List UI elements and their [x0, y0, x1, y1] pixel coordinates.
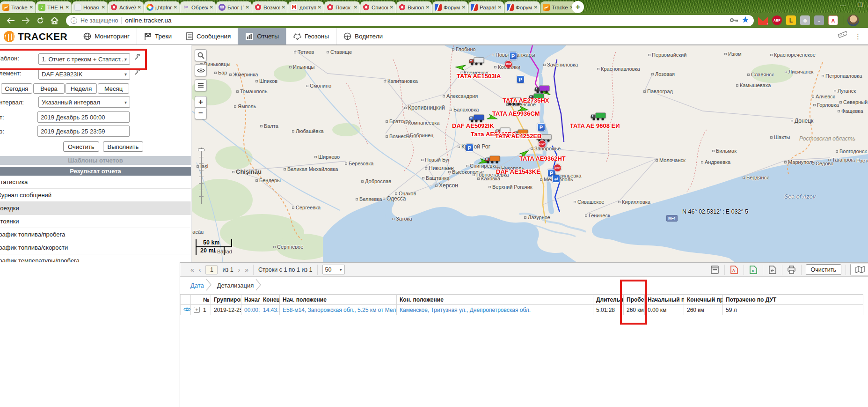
map-visibility-eye-button[interactable]	[195, 64, 207, 76]
column-header[interactable]: Нач. положение	[280, 295, 397, 305]
forward-icon[interactable]	[22, 17, 30, 24]
tab-detail[interactable]: Детализация	[212, 282, 255, 289]
map-search-button[interactable]	[195, 49, 207, 61]
profile-avatar[interactable]	[847, 15, 859, 26]
window-restore-button[interactable]: ❐	[858, 2, 863, 8]
password-key-icon[interactable]	[730, 17, 738, 24]
browser-tab[interactable]: Поиск з ✕	[324, 1, 360, 13]
report-list-icon[interactable]	[710, 266, 720, 274]
pager-last[interactable]: »	[245, 266, 248, 274]
interval-select[interactable]: Указанный интервал ▾	[38, 96, 130, 108]
vehicle-plate-label[interactable]: TATA AE4252EB	[495, 133, 541, 140]
column-header[interactable]: Конечный пробег	[684, 295, 723, 305]
clear-button[interactable]: Очистить	[63, 141, 99, 152]
report-result-item[interactable]: Журнал сообщений	[0, 189, 191, 202]
browser-tab[interactable]: Блог | V ✕	[216, 1, 252, 13]
column-header[interactable]: Кон. положение	[397, 295, 593, 305]
map-layers-button[interactable]	[195, 79, 207, 91]
vehicle-plate-label[interactable]: TATA AE1503IA	[457, 73, 501, 80]
quick-range-button[interactable]: Неделя	[66, 83, 97, 94]
column-header[interactable]: Начало	[241, 295, 260, 305]
back-icon[interactable]	[7, 17, 15, 24]
stop-marker[interactable]: STOP	[538, 140, 546, 148]
nav-tracks[interactable]: Треки	[137, 28, 179, 44]
browser-tab[interactable]: доступ ✕	[288, 1, 324, 13]
column-header[interactable]: Конец	[260, 295, 280, 305]
table-cell[interactable]: 14:43:50	[260, 305, 280, 315]
table-row[interactable]: + 1 2019-12-25 00:00:00 14:43:50 Е58-м14…	[181, 305, 863, 315]
tracker-logo[interactable]: TRACKER	[0, 28, 76, 44]
truck-marker[interactable]	[591, 112, 606, 123]
column-header[interactable]: Потрачено по ДУТ	[723, 295, 863, 305]
parking-marker[interactable]: P	[537, 123, 545, 131]
to-date-input[interactable]: 2019 Декабрь 25 23:59	[37, 126, 130, 137]
truck-marker[interactable]	[485, 155, 501, 166]
browser-tab[interactable]: Новая вклад ✕	[72, 1, 108, 13]
template-settings-wrench-icon[interactable]	[134, 54, 141, 62]
browser-tab[interactable]: j,htpfnm ✕	[144, 1, 180, 13]
section-report-templates[interactable]: Шаблоны отчетов	[0, 156, 191, 165]
tab-close-icon[interactable]: ✕	[102, 5, 105, 10]
column-header[interactable]: Начальный пробег	[645, 295, 684, 305]
report-result-item[interactable]: График топлива/пробега	[0, 228, 191, 241]
row-expand-icon[interactable]: +	[191, 305, 200, 315]
table-cell[interactable]: 0.00 км	[645, 305, 684, 315]
tab-close-icon[interactable]: ✕	[29, 5, 33, 10]
reload-icon[interactable]	[36, 17, 44, 24]
tab-close-icon[interactable]: ✕	[426, 5, 430, 10]
quick-range-button[interactable]: Сегодня	[1, 83, 32, 94]
vehicle-plate-label[interactable]: TATA AE9362HT	[519, 155, 566, 162]
nav-messages[interactable]: Сообщения	[179, 28, 238, 44]
tab-close-icon[interactable]: ✕	[66, 5, 69, 10]
zoom-in-button[interactable]: +	[195, 96, 207, 108]
report-result-item[interactable]: Стоянки	[0, 215, 191, 228]
vehicle-plate-label[interactable]: TATA AE2735HX	[503, 97, 549, 104]
browser-tab[interactable]: Разраб ✕	[468, 1, 504, 13]
column-header[interactable]: Длительность	[593, 295, 624, 305]
tab-close-icon[interactable]: ✕	[246, 5, 249, 10]
security-label[interactable]: Не защищено	[80, 17, 118, 24]
export-file-icon[interactable]	[767, 266, 778, 274]
window-minimize-button[interactable]: —	[840, 2, 846, 9]
truck-marker[interactable]	[469, 57, 485, 67]
print-icon[interactable]	[787, 266, 797, 274]
section-report-result[interactable]: Результат отчета	[0, 167, 191, 176]
new-tab-button[interactable]: +	[572, 1, 584, 13]
stop-marker[interactable]: STOP	[504, 60, 512, 68]
tab-close-icon[interactable]: ✕	[354, 5, 357, 10]
browser-tab[interactable]: ActiveX ✕	[108, 1, 144, 13]
element-select[interactable]: DAF AE3923IK ▾	[38, 68, 130, 80]
row-eye-icon[interactable]	[181, 305, 191, 315]
report-result-item[interactable]: График температуры/пробега	[0, 254, 191, 262]
table-cell[interactable]: 260 км	[624, 305, 645, 315]
browser-tab[interactable]: Tracker ✕	[540, 1, 576, 13]
home-icon[interactable]	[51, 17, 58, 24]
grid-clear-button[interactable]: Очистить	[806, 264, 841, 275]
stop-marker[interactable]: STOP	[554, 164, 562, 172]
tab-close-icon[interactable]: ✕	[498, 5, 502, 10]
parking-marker[interactable]: P	[466, 144, 474, 152]
quick-range-button[interactable]: Вчера	[33, 83, 65, 94]
vehicle-plate-label[interactable]: TATA AE 9608 ЕИ	[570, 122, 620, 129]
vehicle-plate-label[interactable]: DAF AE5092IK	[452, 122, 494, 129]
transfer-marker[interactable]: ⇄	[552, 175, 560, 183]
pager-first[interactable]: «	[190, 266, 194, 274]
person-extension-icon[interactable]: ☻	[800, 15, 810, 25]
pager-prev[interactable]: ‹	[199, 266, 201, 274]
column-header[interactable]: Пробег	[624, 295, 645, 305]
report-result-item[interactable]: Поездки	[0, 202, 191, 215]
adblock-extension-icon[interactable]: ABP	[772, 15, 782, 25]
column-header[interactable]: Группировка	[211, 295, 241, 305]
export-pdf-icon[interactable]: A	[729, 266, 739, 274]
tab-close-icon[interactable]: ✕	[390, 5, 394, 10]
tab-close-icon[interactable]: ✕	[138, 5, 141, 10]
page-size-select[interactable]: 50▾	[322, 265, 345, 274]
table-cell[interactable]: Каменское, Тритузная ул., Днепропетровск…	[397, 305, 593, 315]
report-result-item[interactable]: График топлива/скорости	[0, 241, 191, 254]
run-button[interactable]: Выполнить	[103, 141, 144, 152]
pager-next[interactable]: ›	[238, 266, 241, 274]
table-cell[interactable]: Е58-м14, Запорожская обл., 5.25 км от Ме…	[280, 305, 397, 315]
column-header[interactable]: №	[200, 295, 211, 305]
tab-close-icon[interactable]: ✕	[210, 5, 213, 10]
parking-marker[interactable]: P	[509, 52, 517, 60]
